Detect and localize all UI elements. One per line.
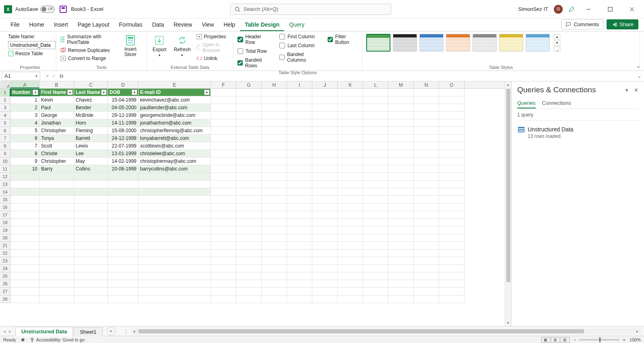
row-header[interactable]: 13 [0,181,10,188]
row-header[interactable]: 9 [0,150,10,158]
cell[interactable] [262,104,287,112]
cell[interactable] [262,288,287,295]
cell[interactable] [211,119,236,127]
cell[interactable] [338,211,363,219]
cell[interactable] [262,165,287,173]
cell[interactable] [138,188,211,196]
cell[interactable] [287,89,312,96]
cell[interactable] [287,158,312,165]
cell[interactable] [74,173,108,181]
col-header-L[interactable]: L [363,81,388,88]
cell[interactable] [312,165,338,173]
cell[interactable] [262,295,287,303]
cell[interactable] [287,188,312,196]
cell[interactable] [338,142,363,150]
cell[interactable] [363,211,388,219]
filter-icon[interactable]: ▾ [101,89,107,95]
remove-duplicates-button[interactable]: Remove Duplicates [60,48,114,53]
cell[interactable] [211,272,236,280]
cell[interactable] [236,127,262,135]
cell[interactable] [10,204,39,211]
cell[interactable] [39,265,74,272]
row-header[interactable]: 24 [0,265,10,272]
tab-help[interactable]: Help [219,19,240,31]
cell[interactable] [338,158,363,165]
cell[interactable] [388,257,414,265]
cell[interactable] [211,112,236,119]
share-button[interactable]: Share [607,19,638,29]
zoom-out-button[interactable]: − [574,337,576,342]
cell[interactable] [39,280,74,288]
cell[interactable] [236,211,262,219]
filter-icon[interactable]: ▾ [33,89,38,95]
cell[interactable] [74,227,108,234]
cell[interactable] [338,196,363,204]
cell[interactable] [138,265,211,272]
cell[interactable] [10,249,39,257]
cell[interactable] [138,211,211,219]
cell[interactable] [312,257,338,265]
cell[interactable] [312,188,338,196]
save-icon[interactable] [60,6,67,13]
cell[interactable] [236,150,262,158]
cell[interactable] [39,219,74,227]
cell[interactable] [287,127,312,135]
cell[interactable] [287,234,312,242]
cell[interactable] [236,242,262,249]
cell[interactable] [39,188,74,196]
maximize-button[interactable] [602,3,618,15]
cell[interactable] [138,227,211,234]
cell[interactable]: 15-04-1999 [108,96,138,104]
cell[interactable] [287,165,312,173]
cell[interactable] [287,219,312,227]
cell[interactable] [338,119,363,127]
cell[interactable] [262,127,287,135]
cell[interactable]: Barry [39,165,74,173]
tab-insert[interactable]: Insert [49,19,73,31]
cell[interactable]: Last Name▾ [74,89,108,96]
cell[interactable] [312,135,338,142]
cell[interactable] [414,219,439,227]
cell[interactable] [388,158,414,165]
search-input[interactable]: Search (Alt+Q) [230,4,391,15]
cell[interactable] [388,249,414,257]
cell[interactable] [287,135,312,142]
cell[interactable] [287,249,312,257]
cell[interactable] [414,265,439,272]
cell[interactable] [211,158,236,165]
cell[interactable]: 1 [10,96,39,104]
cell[interactable] [338,242,363,249]
cell[interactable] [74,257,108,265]
cell[interactable] [262,173,287,181]
cell[interactable]: tonyabarrett@abc.com [138,135,211,142]
cell[interactable] [439,96,464,104]
sheet-nav-prev[interactable]: ◂ [3,328,6,334]
cell[interactable] [312,204,338,211]
cell[interactable] [363,196,388,204]
cell[interactable] [338,295,363,303]
col-header-A[interactable]: A [10,81,39,88]
cell[interactable] [414,295,439,303]
cell[interactable] [10,196,39,204]
cell[interactable] [211,288,236,295]
cell[interactable] [211,135,236,142]
cell[interactable] [262,135,287,142]
tab-table-design[interactable]: Table Design [240,19,284,31]
cell[interactable] [287,119,312,127]
cell[interactable] [108,249,138,257]
cell[interactable] [287,142,312,150]
cell[interactable] [138,234,211,242]
cell[interactable] [236,280,262,288]
cell[interactable] [312,96,338,104]
cell[interactable] [363,265,388,272]
cell[interactable] [211,204,236,211]
cell[interactable] [338,135,363,142]
cell[interactable] [439,165,464,173]
cell[interactable] [236,288,262,295]
sheet-tab-active[interactable]: Unstructured Data [15,327,73,337]
cell[interactable] [10,181,39,188]
cell[interactable] [211,96,236,104]
cell[interactable] [388,265,414,272]
cell[interactable] [439,135,464,142]
row-header[interactable]: 14 [0,188,10,196]
